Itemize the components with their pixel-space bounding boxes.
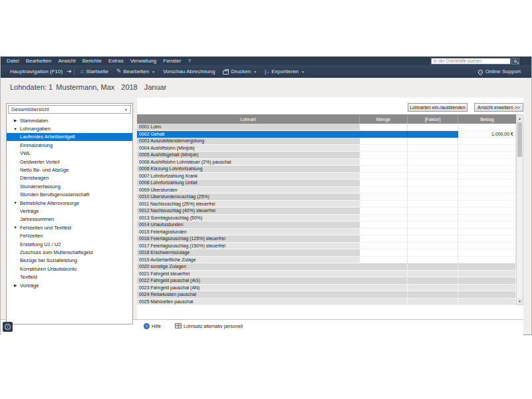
menge-cell[interactable] [360, 249, 408, 257]
exportieren-button[interactable]: [→Exportieren▼ [261, 68, 309, 74]
menge-cell[interactable] [360, 207, 408, 215]
scroll-up-icon[interactable]: ▲ [517, 115, 523, 122]
info-button[interactable]: i [3, 322, 13, 332]
faktor-cell[interactable] [408, 257, 458, 264]
menu-berichte[interactable]: Berichte [79, 57, 105, 65]
table-row-0021-fahrgeld-steuerfrei[interactable]: 0021 Fahrgeld steuerfrei [137, 271, 516, 278]
menge-cell[interactable] [360, 201, 408, 208]
drucken-button[interactable]: Drucken▼ [219, 68, 261, 74]
table-row-0018-erschwerniszulage[interactable]: 0018 Erschwerniszulage [137, 249, 516, 257]
sidebar-item-stunden-berufsgenossenschaft[interactable]: Stunden Berufsgenossenschaft [7, 191, 132, 199]
faktor-cell[interactable] [408, 173, 458, 180]
sidebar-item-vwl[interactable]: VWL [7, 150, 132, 158]
faktor-cell[interactable] [408, 235, 458, 243]
sidebar-item-einmalzahlung[interactable]: Einmalzahlung [7, 141, 132, 149]
faktor-cell[interactable] [408, 243, 458, 250]
betrag-cell[interactable] [458, 249, 516, 257]
sidebar-item-dienstwagen[interactable]: Dienstwagen [7, 174, 132, 182]
betrag-cell[interactable] [458, 221, 516, 229]
faktor-cell[interactable] [408, 159, 458, 166]
betrag-cell[interactable] [458, 215, 516, 222]
menu-fenster[interactable]: Fenster [160, 57, 184, 65]
table-row-0006-aushilfslohn-lohnsteuer-2-pauschal[interactable]: 0006 Aushilfslohn Lohnsteuer (2%) pausch… [137, 159, 516, 166]
menge-cell[interactable] [360, 152, 408, 159]
table-row-0014-urlaubsstunden[interactable]: 0014 Urlaubsstunden [137, 221, 516, 229]
menge-cell[interactable] [360, 215, 408, 222]
faktor-cell[interactable] [408, 194, 458, 201]
menu-[interactable]: ? [184, 57, 194, 65]
faktor-cell[interactable] [408, 187, 458, 194]
toggle-wage-types-button[interactable]: Lohnarten ein-/ausblenden [408, 103, 467, 112]
sidebar-item-laufendes-arbeitsentgelt[interactable]: Laufendes Arbeitsentgelt [7, 133, 132, 141]
table-row-0024-reisekosten-pauschal[interactable]: 0024 Reisekosten pauschal [137, 291, 516, 299]
sidebar-item-fehlzeiten-und-textfeld[interactable]: ▼Fehlzeiten und Textfeld [7, 223, 132, 231]
faktor-cell[interactable] [408, 145, 458, 152]
sidebar-item-geldwerter-vorteil[interactable]: Geldwerter Vorteil [7, 158, 132, 166]
faktor-cell[interactable] [408, 229, 458, 236]
sidebar-item-stundenerfassung[interactable]: Stundenerfassung [7, 182, 132, 190]
table-row-0019-außertarifliche-zulage[interactable]: 0019 Außertarifliche Zulage [137, 257, 516, 264]
table-row-0020-sonstige-zulagen[interactable]: 0020 sonstige Zulagen [137, 263, 516, 271]
sidebar-item-zuschuss-zum-mutterschaftsgeld[interactable]: Zuschuss zum Mutterschaftsgeld [7, 248, 132, 256]
betrag-cell[interactable] [458, 207, 516, 215]
search-button[interactable] [511, 58, 519, 65]
faktor-cell[interactable] [408, 215, 458, 222]
faktor-cell[interactable] [408, 180, 458, 187]
sidebar-item-netto-be-und-abzüge[interactable]: Netto Be- und Abzüge [7, 166, 132, 174]
table-row-0011-nachtzuschlag-25-steuerfrei[interactable]: 0011 Nachtzuschlag (25%) steuerfrei [137, 201, 516, 208]
table-row-0017-feiertagszuschlag-150-steuerfrei[interactable]: 0017 Feiertagszuschlag (150%) steuerfrei [137, 243, 516, 250]
sidebar-item-textfeld[interactable]: Textfeld [7, 273, 132, 281]
menge-cell[interactable] [360, 145, 408, 152]
table-row-0010-überstundenzuschlag-25[interactable]: 0010 Überstundenzuschlag (25%) [137, 194, 516, 201]
menge-cell[interactable] [360, 235, 408, 243]
faktor-cell[interactable] [408, 201, 458, 208]
sidebar-item-korrekturen-urlaubskonto[interactable]: Korrekturen Urlaubskonto [7, 265, 132, 273]
chevron-collapsed-icon[interactable]: ▶ [12, 283, 19, 287]
scrollbar-thumb[interactable] [517, 122, 522, 157]
menge-cell[interactable] [360, 180, 408, 187]
startseite-button[interactable]: ⌂Startseite [76, 68, 112, 74]
faktor-cell[interactable] [408, 207, 458, 215]
faktor-cell[interactable] [408, 249, 458, 257]
betrag-cell[interactable] [458, 145, 516, 152]
table-row-0023-fahrgeld-pauschal-an[interactable]: 0023 Fahrgeld pauschal (AN) [137, 285, 516, 292]
menge-cell[interactable] [360, 229, 408, 236]
view-selector-dropdown[interactable]: Gesamtübersicht ▼ [8, 105, 131, 114]
betrag-cell[interactable] [458, 173, 516, 180]
table-row-0009-überstunden[interactable]: 0009 Überstunden [137, 187, 516, 194]
table-row-0022-fahrgeld-pauschal-ag[interactable]: 0022 Fahrgeld pauschal (AG) [137, 277, 516, 285]
menge-cell[interactable] [360, 257, 408, 264]
menge-cell[interactable] [360, 124, 408, 131]
table-row-0001-lohn[interactable]: 0001 Lohn [137, 124, 516, 131]
betrag-cell[interactable] [458, 124, 516, 131]
faktor-cell[interactable] [408, 124, 458, 131]
menu-bearbeiten[interactable]: Bearbeiten [23, 57, 55, 65]
menge-cell[interactable] [360, 138, 408, 145]
menu-extras[interactable]: Extras [105, 57, 127, 65]
menge-cell[interactable] [360, 159, 408, 166]
hauptnavigation-button[interactable]: Hauptnavigation (F10) [6, 68, 66, 74]
table-row-0015-feiertagsstunden[interactable]: 0015 Feiertagsstunden [137, 229, 516, 236]
faktor-cell[interactable] [408, 131, 458, 138]
sidebar-item-fehlzeiten[interactable]: Fehlzeiten [7, 231, 132, 239]
table-row-0002-gehalt[interactable]: 0002 Gehalt1.000,00 € [137, 131, 516, 138]
betrag-cell[interactable] [458, 180, 516, 187]
betrag-cell[interactable]: 1.000,00 € [458, 131, 516, 138]
scroll-down-icon[interactable]: ▼ [517, 298, 523, 305]
faktor-cell[interactable] [408, 152, 458, 159]
sidebar-item-verträge[interactable]: Verträge [7, 207, 132, 215]
menge-cell[interactable] [360, 187, 408, 194]
forward-arrow-icon[interactable]: ➔ [66, 68, 72, 74]
betrag-cell[interactable] [458, 229, 516, 236]
menge-cell[interactable] [360, 243, 408, 250]
search-input[interactable] [431, 58, 511, 65]
betrag-cell[interactable] [458, 187, 516, 194]
betrag-cell[interactable] [458, 152, 516, 159]
vertical-scrollbar[interactable]: ▲ ▼ [516, 114, 523, 305]
menge-cell[interactable] [360, 173, 408, 180]
sidebar-item-jahressummen[interactable]: Jahressummen [7, 215, 132, 223]
menge-cell[interactable] [360, 131, 408, 138]
betrag-cell[interactable] [458, 257, 516, 264]
sidebar-item-vorträge[interactable]: ▶Vorträge [7, 281, 132, 289]
sidebar-item-betriebliche-altersvorsorge[interactable]: ▼Betriebliche Altersvorsorge [7, 199, 132, 207]
